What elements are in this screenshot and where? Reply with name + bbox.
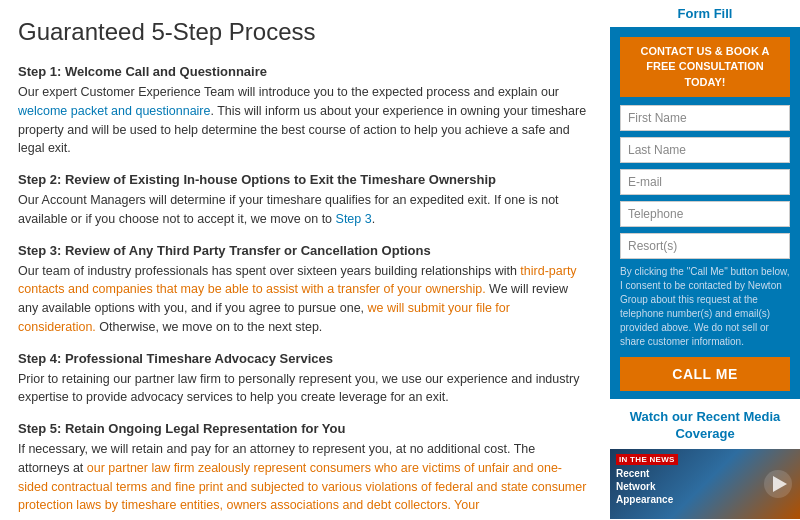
step-4-title: Step 4: Professional Timeshare Advocacy … [18,351,590,366]
step-5-title: Step 5: Retain Ongoing Legal Representat… [18,421,590,436]
play-icon [773,476,787,492]
video-network-line2: Network [616,481,655,492]
form-fill-label: Form Fill [610,0,800,27]
step-1-block: Step 1: Welcome Call and Questionnaire O… [18,64,590,158]
step-5-body: If necessary, we will retain and pay for… [18,440,590,515]
step3-link[interactable]: Step 3 [336,212,372,226]
resort-input[interactable] [620,233,790,259]
page-title: Guaranteed 5-Step Process [18,18,590,46]
video-network-line3: Appearance [616,494,673,505]
partner-firm-text: our partner law firm zealously represent… [18,461,586,513]
call-me-button[interactable]: CALL ME [620,357,790,391]
in-the-news-badge: IN THE NEWS [616,454,678,465]
step-2-title: Step 2: Review of Existing In-house Opti… [18,172,590,187]
play-button[interactable] [764,470,792,498]
submit-file-text: we will submit your file for considerati… [18,301,510,334]
video-text: Recent Network Appearance [616,467,673,506]
last-name-input[interactable] [620,137,790,163]
sidebar: Form Fill CONTACT US & BOOK A FREE CONSU… [610,0,800,520]
step-1-body: Our expert Customer Experience Team will… [18,83,590,158]
third-party-text: third-party contacts and companies that … [18,264,577,297]
step-2-block: Step 2: Review of Existing In-house Opti… [18,172,590,229]
step-4-body: Prior to retaining our partner law firm … [18,370,590,408]
step-1-title: Step 1: Welcome Call and Questionnaire [18,64,590,79]
step-3-title: Step 3: Review of Any Third Party Transf… [18,243,590,258]
watch-label: Watch our Recent Media Coverage [610,399,800,449]
main-content: Guaranteed 5-Step Process Step 1: Welcom… [0,0,610,520]
step-3-body: Our team of industry professionals has s… [18,262,590,337]
first-name-input[interactable] [620,105,790,131]
step-2-body: Our Account Managers will determine if y… [18,191,590,229]
form-header: CONTACT US & BOOK A FREE CONSULTATION TO… [620,37,790,97]
step-5-block: Step 5: Retain Ongoing Legal Representat… [18,421,590,515]
welcome-packet-link[interactable]: welcome packet and questionnaire [18,104,210,118]
video-network-line1: Recent [616,468,649,479]
email-input[interactable] [620,169,790,195]
video-thumbnail[interactable]: IN THE NEWS Recent Network Appearance [610,449,800,519]
telephone-input[interactable] [620,201,790,227]
form-box: CONTACT US & BOOK A FREE CONSULTATION TO… [610,27,800,399]
form-disclaimer: By clicking the "Call Me" button below, … [620,265,790,349]
step-3-block: Step 3: Review of Any Third Party Transf… [18,243,590,337]
step-4-block: Step 4: Professional Timeshare Advocacy … [18,351,590,408]
